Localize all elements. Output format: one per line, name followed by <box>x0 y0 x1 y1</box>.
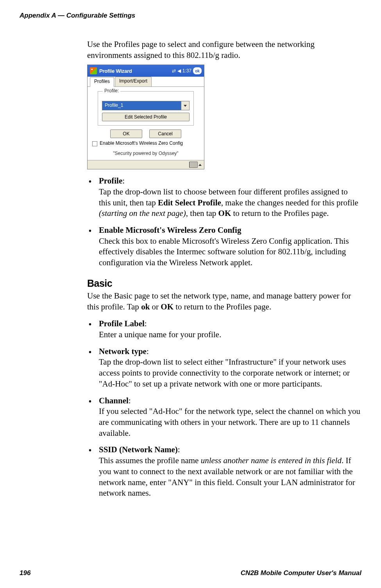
odyssey-footer-text: "Security powered by Odyssey" <box>91 151 200 157</box>
chevron-down-icon <box>184 105 187 107</box>
intro-paragraph: Use the Profiles page to select and conf… <box>87 39 361 61</box>
volume-icon: ◀ <box>177 68 181 74</box>
bullet-title: SSID (Network Name) <box>99 445 178 454</box>
edit-selected-profile-button[interactable]: Edit Selected Profile <box>102 113 190 121</box>
tab-import-export[interactable]: Import/Export <box>115 77 152 86</box>
list-item: •Profile Label:Enter a unique name for y… <box>87 318 361 340</box>
bullet-body: Enter a unique name for your profile. <box>99 329 361 340</box>
bullet-body: Tap the drop-down list to select either … <box>99 357 361 389</box>
ok-button[interactable]: OK <box>110 129 142 138</box>
bullet-icon: • <box>89 226 91 236</box>
sip-bar <box>88 160 204 169</box>
wireless-zero-config-checkbox-row[interactable]: Enable Microsoft's Wireless Zero Config <box>92 140 199 147</box>
manual-title: CN2B Mobile Computer User's Manual <box>241 569 361 577</box>
content-column: Use the Profiles page to select and conf… <box>87 39 361 499</box>
profile-dropdown-value: Profile_1 <box>102 101 181 110</box>
bullet-title: Enable Microsoft's Wireless Zero Config <box>99 225 241 235</box>
list-item: •Channel:If you selected "Ad-Hoc" for th… <box>87 396 361 439</box>
checkbox-icon[interactable] <box>92 141 97 146</box>
keyboard-icon[interactable] <box>189 162 198 168</box>
page: Appendix A — Configurable Settings Use t… <box>0 0 381 588</box>
basic-heading: Basic <box>87 277 361 290</box>
clock-text: 1:37 <box>182 68 191 74</box>
bullet-body: Tap the drop-down list to choose between… <box>99 187 361 219</box>
window-title: Profile Wizard <box>99 68 170 74</box>
bullet-title: Profile Label <box>99 319 145 328</box>
list-item: •Profile:Tap the drop-down list to choos… <box>87 176 361 219</box>
profile-wizard-screenshot: Profile Wizard ⇄ ◀ 1:37 ok Profiles Impo… <box>87 65 204 169</box>
dropdown-button[interactable] <box>181 101 189 110</box>
tab-panel: Profile: Profile_1 Edit Selected Profile… <box>88 86 204 160</box>
windows-flag-icon <box>90 67 97 74</box>
bullet-title: Channel <box>99 396 129 405</box>
tab-strip: Profiles Import/Export <box>88 77 204 87</box>
checkbox-label: Enable Microsoft's Wireless Zero Config <box>100 140 183 147</box>
connectivity-icon: ⇄ <box>172 68 176 74</box>
basic-intro: Use the Basic page to set the network ty… <box>87 291 361 312</box>
bullet-icon: • <box>89 319 91 329</box>
running-header: Appendix A — Configurable Settings <box>20 12 361 20</box>
bullet-title: Network type <box>99 347 147 356</box>
bullet-icon: • <box>89 445 91 455</box>
profile-dropdown[interactable]: Profile_1 <box>102 101 190 110</box>
chevron-up-icon[interactable] <box>199 164 202 166</box>
bullet-body: Check this box to enable Microsoft's Wir… <box>99 236 361 268</box>
page-number: 196 <box>20 569 30 577</box>
list-item: •Network type:Tap the drop-down list to … <box>87 346 361 390</box>
status-tray: ⇄ ◀ 1:37 ok <box>172 67 202 74</box>
profile-group-box: Profile: Profile_1 Edit Selected Profile <box>98 91 194 126</box>
profile-group-label: Profile: <box>103 88 120 94</box>
basic-bullets: •Profile Label:Enter a unique name for y… <box>87 318 361 499</box>
titlebar: Profile Wizard ⇄ ◀ 1:37 ok <box>88 65 204 77</box>
bullet-icon: • <box>89 176 91 187</box>
bullet-title: Profile <box>99 176 122 185</box>
list-item: •Enable Microsoft's Wireless Zero Config… <box>87 225 361 268</box>
cancel-button[interactable]: Cancel <box>149 129 181 138</box>
ok-cancel-row: OK Cancel <box>91 129 200 138</box>
bullet-body: If you selected "Ad-Hoc" for the network… <box>99 406 361 439</box>
profile-bullets: •Profile:Tap the drop-down list to choos… <box>87 176 361 268</box>
bullet-icon: • <box>89 347 91 357</box>
bullet-icon: • <box>89 396 91 406</box>
bullet-body: This assumes the profile name unless ano… <box>99 455 361 499</box>
tab-profiles[interactable]: Profiles <box>90 77 114 87</box>
list-item: •SSID (Network Name):This assumes the pr… <box>87 444 361 499</box>
page-footer: 196 CN2B Mobile Computer User's Manual <box>20 569 361 577</box>
ok-button-titlebar[interactable]: ok <box>193 67 202 74</box>
